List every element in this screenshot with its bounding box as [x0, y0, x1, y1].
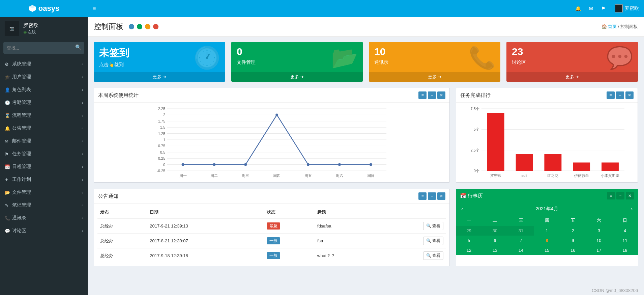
user-menu[interactable]: 罗密欧 — [610, 4, 644, 12]
theme-dot[interactable] — [129, 24, 134, 29]
theme-dot[interactable] — [153, 24, 158, 29]
ann-pub: 总经办 — [97, 219, 147, 234]
calendar-day[interactable]: 18 — [612, 245, 638, 255]
breadcrumb-home[interactable]: 首页 — [608, 24, 617, 29]
close-icon[interactable]: ✕ — [625, 91, 634, 99]
svg-text:周三: 周三 — [242, 173, 249, 178]
sidebar-item-4[interactable]: ⌛流程管理‹ — [0, 109, 88, 122]
sidebar-item-10[interactable]: 📂文件管理‹ — [0, 186, 88, 199]
sidebar-item-12[interactable]: 📞通讯录‹ — [0, 212, 88, 224]
sidebar-item-5[interactable]: 🔔公告管理‹ — [0, 122, 88, 135]
view-button[interactable]: 🔍 查看 — [423, 222, 443, 230]
ann-pub: 总经办 — [97, 248, 147, 263]
calendar-day[interactable]: 12 — [456, 245, 482, 255]
sidebar-item-0[interactable]: ⚙系统管理‹ — [0, 58, 88, 71]
sidebar-item-9[interactable]: ✈工作计划‹ — [0, 173, 88, 186]
menu-icon: 📞 — [5, 216, 12, 221]
calendar-day[interactable]: 15 — [534, 245, 560, 255]
info-card-1: 0文件管理📂更多 ➜ — [231, 42, 363, 82]
prev-month-icon[interactable]: ‹ — [459, 206, 465, 212]
next-month-icon[interactable]: › — [629, 206, 635, 212]
sidebar-item-8[interactable]: 📅日程管理‹ — [0, 160, 88, 173]
mail-icon[interactable]: ✉ — [585, 6, 597, 11]
minimize-icon[interactable]: − — [428, 192, 436, 200]
calendar-day[interactable]: 31 — [508, 226, 534, 236]
bar-chart: 0个2.5个5个7.5个罗密欧soli红之花伊丽莎白小李父斯基 — [460, 105, 634, 180]
status-badge: 紧急 — [267, 222, 280, 230]
calendar-day[interactable]: 2 — [560, 226, 586, 236]
chevron-left-icon: ‹ — [82, 126, 83, 130]
col-status: 状态 — [264, 206, 315, 219]
bell-icon[interactable]: 🔔 — [571, 6, 585, 11]
calendar-day[interactable]: 9 — [560, 236, 586, 245]
minimize-icon[interactable]: − — [616, 192, 624, 199]
menu-label: 邮件管理 — [12, 138, 31, 144]
menu-label: 日程管理 — [12, 164, 31, 170]
sidebar-item-6[interactable]: ✉邮件管理‹ — [0, 135, 88, 148]
list-icon[interactable]: ≡ — [418, 192, 427, 200]
calendar-day[interactable]: 16 — [560, 245, 586, 255]
weekday: 一 — [456, 215, 482, 226]
chevron-left-icon: ‹ — [82, 229, 83, 233]
calendar-day[interactable]: 11 — [612, 236, 638, 245]
svg-text:7.5个: 7.5个 — [471, 107, 479, 111]
sidebar-item-1[interactable]: 🎓用户管理‹ — [0, 71, 88, 83]
card-more-link[interactable]: 更多 ➜ — [506, 72, 638, 82]
card-more-link[interactable]: 更多 ➜ — [231, 72, 363, 82]
calendar-day[interactable]: 1 — [534, 226, 560, 236]
menu-label: 文件管理 — [12, 189, 31, 195]
menu-label: 任务管理 — [12, 151, 31, 157]
calendar-day[interactable]: 30 — [482, 226, 508, 236]
flag-icon[interactable]: ⚑ — [597, 6, 610, 11]
minimize-icon[interactable]: − — [616, 91, 624, 99]
list-icon[interactable]: ≡ — [418, 91, 427, 99]
sidebar-item-11[interactable]: ✎笔记管理‹ — [0, 199, 88, 212]
menu-icon: 📅 — [5, 164, 12, 169]
calendar-day[interactable]: 7 — [508, 236, 534, 245]
content: 控制面板 🏠 首页 / 控制面板 未签到点击👆签到🕐更多 ➜0文件管理📂更多 ➜… — [88, 17, 644, 295]
logo[interactable]: oasys — [0, 0, 88, 17]
svg-rect-48 — [545, 154, 562, 171]
ann-title: fdsafsa — [315, 219, 377, 234]
calendar-day[interactable]: 4 — [612, 226, 638, 236]
panel-calendar: 📅 行事历 ≡ − ✕ ‹ 2021年4月 › 一二三四五六日 — [456, 189, 638, 266]
calendar-day[interactable]: 14 — [508, 245, 534, 255]
card-more-link[interactable]: 更多 ➜ — [94, 72, 225, 82]
avatar[interactable]: 📷 — [4, 21, 19, 36]
search-input[interactable] — [3, 42, 84, 54]
sidebar-item-13[interactable]: 💬讨论区‹ — [0, 224, 88, 237]
card-more-link[interactable]: 更多 ➜ — [369, 72, 500, 82]
close-icon[interactable]: ✕ — [626, 192, 634, 199]
list-icon[interactable]: ≡ — [607, 91, 615, 99]
calendar-day[interactable]: 3 — [586, 226, 612, 236]
list-icon[interactable]: ≡ — [607, 192, 615, 199]
svg-text:1.25: 1.25 — [158, 132, 165, 136]
view-button[interactable]: 🔍 查看 — [423, 237, 443, 245]
close-icon[interactable]: ✕ — [437, 192, 445, 200]
page-header: 控制面板 🏠 首页 / 控制面板 — [88, 17, 644, 37]
svg-rect-49 — [573, 162, 590, 171]
close-icon[interactable]: ✕ — [437, 91, 445, 99]
sidebar-item-2[interactable]: 👤角色列表‹ — [0, 83, 88, 96]
topbar: oasys ≡ 🔔 ✉ ⚑ 罗密欧 — [0, 0, 644, 17]
calendar-day[interactable]: 17 — [586, 245, 612, 255]
sidebar-item-7[interactable]: ⚑任务管理‹ — [0, 148, 88, 160]
status-badge: 一般 — [267, 237, 280, 244]
sidebar-item-3[interactable]: 🕒考勤管理‹ — [0, 96, 88, 109]
calendar-day[interactable]: 13 — [482, 245, 508, 255]
svg-text:0.75: 0.75 — [158, 144, 165, 148]
svg-text:1: 1 — [163, 138, 165, 142]
menu-icon: ✉ — [5, 139, 12, 144]
theme-dot[interactable] — [145, 24, 150, 29]
calendar-day[interactable]: 5 — [456, 236, 482, 245]
calendar-day[interactable]: 10 — [586, 236, 612, 245]
svg-point-29 — [338, 163, 341, 166]
calendar-day[interactable]: 6 — [482, 236, 508, 245]
calendar-day[interactable]: 29 — [456, 226, 482, 236]
search-icon[interactable]: 🔍 — [75, 44, 82, 50]
minimize-icon[interactable]: − — [428, 91, 436, 99]
sidebar-toggle[interactable]: ≡ — [88, 5, 101, 11]
theme-dot[interactable] — [137, 24, 142, 29]
calendar-day[interactable]: 8 — [534, 236, 560, 245]
view-button[interactable]: 🔍 查看 — [423, 251, 443, 260]
